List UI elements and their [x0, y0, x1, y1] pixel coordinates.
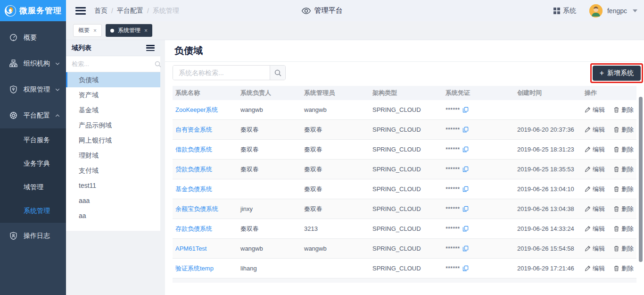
- domain-list-item[interactable]: 理财域: [66, 148, 160, 163]
- architecture-type: SPRING_CLOUD: [370, 245, 443, 252]
- system-name-link[interactable]: ZooKeeper系统: [175, 106, 218, 113]
- delete-button[interactable]: 删除: [613, 225, 634, 233]
- credential-mask: ******: [446, 245, 460, 252]
- chevron-down-icon: [55, 87, 60, 93]
- sidebar-item[interactable]: 平台配置: [0, 102, 66, 128]
- delete-button[interactable]: 删除: [613, 106, 634, 114]
- architecture-type: SPRING_CLOUD: [370, 225, 443, 232]
- system-owner: 秦双春: [238, 165, 301, 174]
- pencil-icon: [585, 186, 591, 192]
- copy-icon[interactable]: [462, 226, 469, 232]
- close-icon[interactable]: ×: [144, 27, 148, 34]
- edit-button[interactable]: 编辑: [585, 264, 605, 273]
- architecture-type: SPRING_CLOUD: [370, 106, 443, 113]
- domain-list-item[interactable]: 网上银行域: [66, 133, 160, 148]
- domain-panel: 域列表 负债域资产域基金域产品示例域网上银行域理财域支付域test11aaaaa: [66, 40, 160, 295]
- system-admin: 秦双春: [301, 126, 370, 134]
- copy-icon[interactable]: [462, 126, 469, 133]
- domain-list-item[interactable]: 支付域: [66, 163, 160, 178]
- system-name-link[interactable]: APM61Test: [175, 245, 206, 252]
- domain-search-input[interactable]: [72, 60, 155, 67]
- sidebar-item[interactable]: 操作日志: [0, 223, 66, 249]
- domain-list-item[interactable]: 负债域: [66, 72, 160, 87]
- trash-icon: [613, 107, 619, 113]
- system-search-input[interactable]: [173, 66, 270, 80]
- platform-title: 管理平台: [314, 6, 343, 15]
- trash-icon: [613, 186, 619, 192]
- edit-button[interactable]: 编辑: [585, 145, 605, 154]
- sidebar-item[interactable]: 组织机构: [0, 51, 66, 76]
- domain-list-item[interactable]: test11: [66, 178, 160, 193]
- domain-list-item[interactable]: 基金域: [66, 102, 160, 118]
- sidebar-subitem[interactable]: 业务字典: [0, 152, 66, 176]
- copy-icon[interactable]: [462, 146, 469, 152]
- domain-list-item[interactable]: aaa: [66, 193, 160, 208]
- system-name-link[interactable]: 自有资金系统: [175, 126, 212, 133]
- user-avatar[interactable]: [589, 4, 603, 17]
- search-button[interactable]: [270, 66, 285, 80]
- sidebar-item-label: 平台配置: [24, 111, 50, 120]
- breadcrumb-platform-config[interactable]: 平台配置: [117, 7, 143, 15]
- copy-icon[interactable]: [462, 206, 469, 212]
- created-time: 2019-06-25 18:35:53: [514, 166, 582, 173]
- edit-button[interactable]: 编辑: [585, 205, 605, 213]
- tab-system-management[interactable]: 系统管理 ×: [106, 24, 152, 37]
- domain-list-item[interactable]: aa: [66, 208, 160, 223]
- system-name-link[interactable]: 借款负债系统: [175, 146, 212, 153]
- edit-button[interactable]: 编辑: [585, 165, 605, 174]
- collapse-panel-icon[interactable]: [146, 45, 155, 51]
- sidebar-item-label: 操作日志: [24, 232, 50, 240]
- trash-icon: [613, 146, 619, 152]
- edit-button[interactable]: 编辑: [585, 185, 605, 194]
- created-time: 2019-06-25 18:31:23: [514, 146, 582, 153]
- copy-icon[interactable]: [462, 186, 469, 192]
- edit-button[interactable]: 编辑: [585, 244, 605, 253]
- domain-list-item[interactable]: 资产域: [66, 87, 160, 102]
- system-admin: 秦双春: [301, 145, 370, 154]
- edit-button[interactable]: 编辑: [585, 225, 605, 233]
- system-name-link[interactable]: 贷款负债系统: [175, 166, 212, 173]
- sidebar-subitem[interactable]: 平台服务: [0, 128, 66, 152]
- pencil-icon: [585, 166, 591, 172]
- pencil-icon: [585, 126, 591, 133]
- edit-button[interactable]: 编辑: [585, 126, 605, 134]
- trash-icon: [613, 206, 619, 212]
- username[interactable]: fengpc: [607, 7, 627, 15]
- domain-list: 负债域资产域基金域产品示例域网上银行域理财域支付域test11aaaaa: [66, 72, 160, 231]
- swirl-logo-icon: [4, 5, 17, 17]
- column-header: 操作: [582, 89, 636, 97]
- copy-icon[interactable]: [462, 166, 469, 172]
- system-owner: 秦双春: [238, 225, 301, 233]
- delete-button[interactable]: 删除: [613, 185, 634, 194]
- chevron-down-icon[interactable]: [633, 9, 637, 12]
- delete-button[interactable]: 删除: [613, 205, 634, 213]
- edit-button[interactable]: 编辑: [585, 106, 605, 114]
- vertical-scrollbar[interactable]: [639, 97, 643, 262]
- delete-button[interactable]: 删除: [613, 264, 634, 273]
- tab-overview[interactable]: 概要 ×: [73, 24, 102, 37]
- sidebar-item[interactable]: 概要: [0, 25, 66, 51]
- delete-button[interactable]: 删除: [613, 244, 634, 253]
- sidebar-item[interactable]: 权限管理: [0, 76, 66, 102]
- sidebar-subitem[interactable]: 域管理: [0, 176, 66, 199]
- copy-icon[interactable]: [462, 265, 469, 271]
- copy-icon[interactable]: [462, 107, 469, 113]
- close-icon[interactable]: ×: [93, 27, 97, 34]
- copy-icon[interactable]: [462, 245, 469, 252]
- system-name-link[interactable]: 存款负债系统: [175, 225, 212, 232]
- domain-list-item[interactable]: 产品示例域: [66, 118, 160, 133]
- system-name-link[interactable]: 余额宝负债系统: [175, 205, 218, 212]
- delete-button[interactable]: 删除: [613, 145, 634, 154]
- system-name-link[interactable]: 基金负债系统: [175, 185, 212, 193]
- system-name-link[interactable]: 验证系统temp: [175, 265, 214, 272]
- system-apps-button[interactable]: 系统: [553, 7, 576, 15]
- app-logo: 微服务管理: [0, 0, 66, 21]
- add-system-button[interactable]: 新增系统: [593, 66, 641, 81]
- delete-button[interactable]: 删除: [613, 165, 634, 174]
- table-row: 贷款负债系统秦双春秦双春SPRING_CLOUD******2019-06-25…: [173, 160, 636, 179]
- breadcrumb-home[interactable]: 首页: [94, 7, 107, 15]
- sidebar-subitem[interactable]: 系统管理: [0, 199, 66, 223]
- system-owner: wangwb: [238, 106, 301, 113]
- hamburger-icon[interactable]: [75, 7, 86, 15]
- delete-button[interactable]: 删除: [613, 126, 634, 134]
